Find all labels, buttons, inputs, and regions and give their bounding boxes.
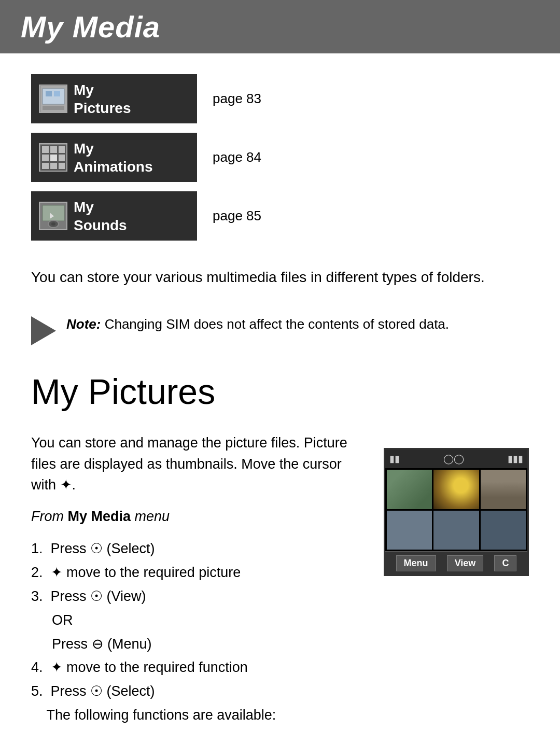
step-or: OR xyxy=(31,609,363,633)
page-header: My Media xyxy=(0,0,560,53)
menu-box-animations[interactable]: My Animations xyxy=(31,133,197,182)
phone-screen: ▮▮ ◯◯ ▮▮▮ Menu View C xyxy=(384,448,529,730)
thumb-2 xyxy=(433,470,479,509)
status-icon-left: ▮▮ xyxy=(389,453,400,465)
pictures-description: You can store and manage the picture fil… xyxy=(31,432,363,730)
menu-row-animations: My Animations page 84 xyxy=(31,133,529,182)
animations-label: My Animations xyxy=(74,139,152,176)
step-4: 4. ✦ move to the required function xyxy=(31,656,363,680)
animations-page: page 84 xyxy=(213,149,261,165)
menu-box-sounds[interactable]: My Sounds xyxy=(31,191,197,241)
svg-rect-3 xyxy=(46,91,52,96)
thumb-4 xyxy=(387,511,432,550)
svg-rect-8 xyxy=(59,146,65,153)
phone-menu-btn-c[interactable]: C xyxy=(494,555,516,571)
status-icon-center: ◯◯ xyxy=(443,453,464,465)
svg-rect-14 xyxy=(59,163,65,169)
note1-bold: Note: xyxy=(66,316,101,332)
svg-rect-12 xyxy=(42,163,49,169)
pictures-label: My Pictures xyxy=(74,81,131,117)
thumb-6 xyxy=(481,511,526,550)
step-5: 5. Press ☉ (Select) xyxy=(31,680,363,704)
step-2: 2. ✦ move to the required picture xyxy=(31,561,363,585)
svg-point-18 xyxy=(51,222,55,226)
svg-rect-11 xyxy=(59,155,65,161)
thumb-3 xyxy=(481,470,526,509)
from-menu-label: From My Media menu xyxy=(31,506,363,527)
main-content: My Pictures page 83 xyxy=(0,74,560,730)
sounds-label: My Sounds xyxy=(74,198,127,234)
phone-menu-btn-menu[interactable]: Menu xyxy=(396,555,436,571)
sounds-icon xyxy=(39,202,67,230)
arrow-icon-1 xyxy=(31,316,56,345)
thumb-5 xyxy=(433,511,479,550)
svg-rect-4 xyxy=(54,91,60,96)
note1-text: Changing SIM does not affect the content… xyxy=(101,316,449,332)
step-functions-label: The following functions are available: xyxy=(31,704,363,727)
svg-rect-7 xyxy=(50,146,57,153)
step-press-menu: Press ⊖ (Menu) xyxy=(31,633,363,656)
step-3: 3. Press ☉ (View) xyxy=(31,585,363,609)
animations-icon xyxy=(39,143,67,172)
phone-status-bar: ▮▮ ◯◯ ▮▮▮ xyxy=(385,450,527,468)
note-box-1: Note: Changing SIM does not affect the c… xyxy=(31,314,529,345)
header-title: My Media xyxy=(21,10,160,44)
sounds-page: page 85 xyxy=(213,208,261,224)
svg-rect-6 xyxy=(42,146,49,153)
menu-row-pictures: My Pictures page 83 xyxy=(31,74,529,123)
svg-rect-10 xyxy=(50,155,57,161)
pictures-page: page 83 xyxy=(213,91,261,107)
note-text-1: Note: Changing SIM does not affect the c… xyxy=(66,314,449,334)
section-heading-pictures: My Pictures xyxy=(31,371,529,412)
svg-rect-13 xyxy=(50,163,57,169)
phone-menu-bar: Menu View C xyxy=(385,551,527,574)
menu-items-list: My Pictures page 83 xyxy=(31,74,529,241)
menu-row-sounds: My Sounds page 85 xyxy=(31,191,529,241)
svg-rect-16 xyxy=(43,205,64,221)
menu-box-pictures[interactable]: My Pictures xyxy=(31,74,197,123)
phone-thumbnails xyxy=(385,468,527,551)
pictures-intro: You can store and manage the picture fil… xyxy=(31,432,363,496)
pictures-section: You can store and manage the picture fil… xyxy=(31,432,529,730)
intro-text: You can store your various multimedia fi… xyxy=(31,266,529,288)
pictures-icon xyxy=(39,85,67,113)
status-icon-right: ▮▮▮ xyxy=(508,453,523,465)
phone-menu-btn-view[interactable]: View xyxy=(447,555,484,571)
svg-rect-2 xyxy=(43,106,64,110)
steps-list: 1. Press ☉ (Select) 2. ✦ move to the req… xyxy=(31,537,363,727)
phone-display: ▮▮ ◯◯ ▮▮▮ Menu View C xyxy=(384,448,529,576)
thumb-1 xyxy=(387,470,432,509)
step-1: 1. Press ☉ (Select) xyxy=(31,537,363,561)
svg-rect-9 xyxy=(42,155,49,161)
